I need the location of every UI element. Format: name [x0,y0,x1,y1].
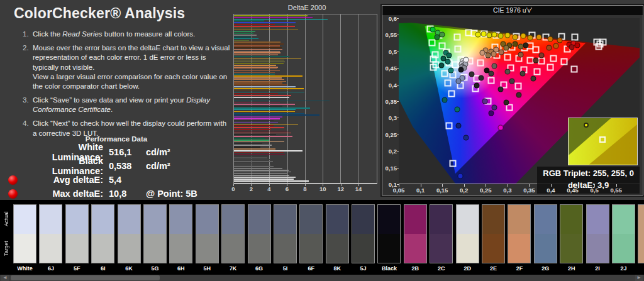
deltae-bar[interactable] [234,19,328,20]
deltae-bar[interactable] [234,26,295,27]
deltae-bar[interactable] [234,70,280,72]
deltae-bar[interactable] [234,170,289,171]
deltae-bar[interactable] [234,92,304,93]
scroll-left-arrow-icon[interactable]: ◄ [1,275,9,281]
deltae-bar[interactable] [234,54,278,55]
deltae-bar[interactable] [234,113,304,114]
deltae-bar[interactable] [234,159,270,160]
deltae-bar[interactable] [234,97,289,98]
deltae-bar[interactable] [234,125,274,126]
deltae-bar[interactable] [234,146,260,148]
deltae-bar[interactable] [234,101,330,102]
deltae-bar[interactable] [234,127,284,128]
deltae-bar[interactable] [234,177,296,178]
deltae-bar[interactable] [234,15,308,16]
deltae-bar[interactable] [234,38,258,40]
deltae-bar[interactable] [234,111,295,113]
deltae-axis-label: 14 [355,185,362,192]
scrollbar-thumb[interactable] [11,275,160,280]
deltae-bar[interactable] [234,133,291,134]
deltae-bar[interactable] [234,82,282,84]
deltae-bar[interactable] [234,84,287,85]
deltae-bar[interactable] [234,118,280,119]
deltae-bar[interactable] [234,65,276,66]
deltae-bar[interactable] [234,180,309,182]
deltae-bar[interactable] [234,88,304,89]
deltae-bar[interactable] [234,67,278,68]
deltae-bar[interactable] [234,131,289,132]
deltae-bar[interactable] [234,93,278,94]
deltae-bar[interactable] [234,90,291,91]
deltae-bar[interactable] [234,157,267,158]
deltae-bar[interactable] [234,31,255,32]
deltae-bar[interactable] [234,69,277,70]
deltae-bar[interactable] [234,35,257,36]
deltae-bar[interactable] [234,52,280,53]
deltae-bar[interactable] [234,72,275,74]
deltae-bar[interactable] [234,166,274,167]
deltae-bar[interactable] [234,106,282,107]
deltae-bar[interactable] [234,163,269,164]
deltae-bar[interactable] [234,148,275,150]
deltae-bar[interactable] [234,51,280,52]
deltae-bar[interactable] [234,63,284,64]
deltae-bar[interactable] [234,36,251,38]
deltae-bar[interactable] [234,43,284,45]
deltae-bar[interactable] [234,49,282,50]
deltae-bar[interactable] [234,179,294,180]
deltae-bar[interactable] [234,150,303,152]
deltae-bar[interactable] [234,165,271,166]
deltae-bar[interactable] [234,41,280,43]
deltae-bar[interactable] [234,77,282,79]
deltae-bar[interactable] [234,33,253,34]
deltae-bar[interactable] [234,109,296,111]
deltae-bar[interactable] [234,145,272,146]
deltae-bar[interactable] [234,79,284,80]
deltae-bar[interactable] [234,28,260,29]
deltae-bar[interactable] [234,86,296,87]
deltae-bar[interactable] [234,107,310,109]
deltae-bar[interactable] [234,75,303,77]
deltae-bar[interactable] [234,62,285,63]
deltae-bar[interactable] [234,81,286,82]
deltae-bar[interactable] [234,60,284,61]
deltae-bar[interactable] [234,124,298,125]
deltae-bar[interactable] [234,74,275,75]
deltae-bar[interactable] [234,104,295,105]
deltae-bar[interactable] [234,30,298,31]
deltae-bar[interactable] [234,95,291,96]
deltae-bar[interactable] [234,140,269,141]
deltae-bar[interactable] [234,99,271,100]
swatch-actual [508,205,530,234]
deltae-bar[interactable] [234,40,249,41]
deltae-bar[interactable] [234,172,291,173]
deltae-bar[interactable] [234,24,275,25]
horizontal-scrollbar[interactable]: ◄ ► [0,275,644,281]
deltae-bar[interactable] [234,45,280,47]
deltae-bar[interactable] [234,17,313,18]
deltae-bar[interactable] [234,136,292,137]
deltae-bar[interactable] [234,116,282,118]
deltae-bar[interactable] [234,134,276,135]
deltae-bar[interactable] [234,154,285,155]
deltae-bar[interactable] [234,175,289,177]
deltae-bar[interactable] [234,174,287,175]
deltae-bar[interactable] [234,122,278,123]
scroll-right-arrow-icon[interactable]: ► [635,275,643,281]
deltae-bar[interactable] [234,143,262,145]
deltae-bar[interactable] [234,129,271,130]
deltae-bar[interactable] [234,168,282,169]
deltae-bar[interactable] [234,120,274,121]
deltae-bar[interactable] [234,102,280,104]
deltae-bar[interactable] [234,141,284,143]
deltae-bar[interactable] [234,152,284,153]
deltae-bar[interactable] [234,161,273,162]
deltae-bar[interactable] [234,58,301,59]
deltae-bar[interactable] [234,114,319,116]
deltae-bar[interactable] [234,47,282,48]
deltae-bar[interactable] [234,22,296,23]
deltae-bar[interactable] [234,20,264,21]
deltae-bar[interactable] [234,138,265,139]
deltae-bar[interactable] [234,155,269,157]
deltae-bar[interactable] [234,56,289,57]
